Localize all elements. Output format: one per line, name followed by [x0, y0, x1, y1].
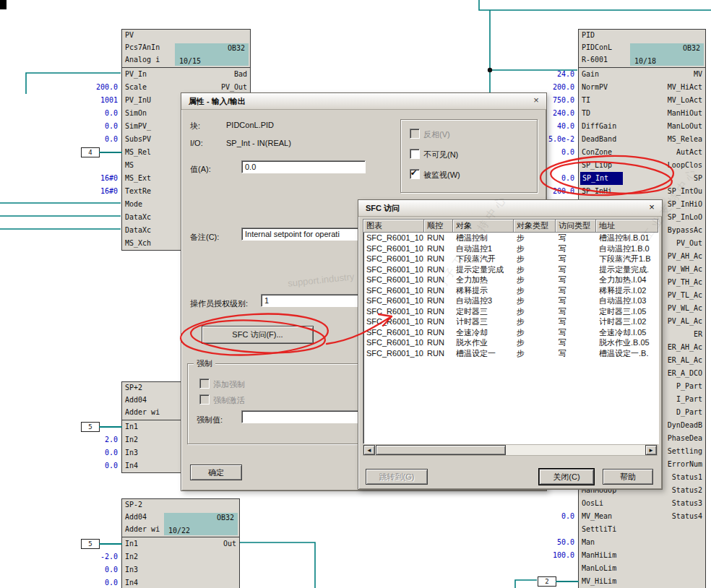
io-value[interactable]: 0.0 [533, 510, 574, 523]
io-input-label[interactable]: MV_HiLim [582, 575, 616, 588]
column-header-sequencer[interactable]: 顺控 [424, 220, 453, 233]
io-output-label[interactable]: MV_HiAct [668, 81, 702, 94]
io-value[interactable]: 0.0 [76, 107, 118, 120]
io-input-label[interactable]: DiffGain [582, 120, 616, 133]
force-active-checkbox[interactable]: 强制激活 [199, 394, 245, 406]
io-output-label[interactable]: PV_WH_Ac [668, 263, 702, 276]
io-input-label[interactable]: SimOn [125, 107, 147, 120]
io-input-label[interactable]: In2 [125, 433, 138, 446]
io-input-label[interactable]: OosLi [582, 497, 603, 510]
io-input-label[interactable]: In3 [125, 446, 138, 459]
block-io-row[interactable]: -2.0 In2 [122, 550, 239, 563]
io-input-label[interactable]: MS_Rel [125, 146, 151, 159]
io-value[interactable]: 16#0 [76, 185, 118, 198]
io-input-label[interactable]: SimPV_ [125, 120, 151, 133]
io-output-label[interactable]: PhaseDea [668, 432, 702, 445]
io-input-label[interactable]: SP_LiOp [582, 159, 612, 172]
io-value[interactable]: 0.0 [76, 120, 118, 133]
io-output-label[interactable]: MV [694, 68, 702, 81]
value-input[interactable]: 0.0 [241, 160, 366, 173]
io-output-label[interactable]: BypassAc [668, 224, 702, 237]
sfc-table-row[interactable]: SFC_R6001_101 RUN 全力加热 步 写 全力加热.I.04 [363, 274, 658, 285]
io-output-label[interactable]: SP_IntOu [668, 185, 702, 198]
block-io-row[interactable]: SettliTi [579, 523, 705, 536]
io-output-label[interactable]: ErrorNum [668, 458, 702, 471]
io-value[interactable]: 2.0 [76, 433, 118, 446]
block-io-row[interactable]: 0.0 In3 [122, 563, 239, 576]
block-io-row[interactable]: 24.0 Gain MV [579, 68, 705, 81]
io-value[interactable]: 50.0 [533, 536, 574, 549]
io-output-label[interactable]: SP_InHiO [668, 198, 702, 211]
io-output-label[interactable]: PV_AH_Ac [668, 250, 702, 263]
io-input-label[interactable]: MS_Xch [125, 237, 151, 250]
sheet-connector[interactable]: 2 [538, 576, 556, 587]
io-input-label[interactable]: In1 [125, 537, 138, 550]
sfc-access-button[interactable]: SFC 访问(F)... [202, 326, 314, 344]
io-value[interactable]: 0.0 [76, 446, 118, 459]
io-input-label[interactable]: SP_InHi [582, 185, 612, 198]
sfc-table-row[interactable]: SFC_R6001_101 RUN 脱水作业 步 写 脱水作业.B.05 [363, 337, 658, 348]
io-input-label[interactable]: SP_Int [580, 172, 623, 185]
block-io-row[interactable]: 5.0e-2 DeadBand MS_Relea [579, 133, 705, 146]
io-output-label[interactable]: MS_Relea [668, 133, 702, 146]
sfc-table-row[interactable]: SFC_R6001_101 RUN 自动温控3 步 写 自动温控.I.03 [363, 295, 658, 306]
io-output-label[interactable]: D_Part [676, 406, 702, 419]
invert-checkbox[interactable]: 反相(V) [410, 129, 450, 140]
io-input-label[interactable]: TD [582, 107, 590, 120]
scrollbar-thumb[interactable] [376, 445, 506, 455]
ok-button[interactable]: 确定 [190, 464, 242, 480]
io-output-label[interactable]: PV_AL_Ac [668, 315, 702, 328]
io-value[interactable]: 200.0 [76, 81, 118, 94]
io-value[interactable]: 0.0 [76, 576, 118, 588]
sheet-connector[interactable]: 4 [81, 147, 100, 157]
help-button[interactable]: 帮助 [603, 469, 653, 485]
sfc-table-row[interactable]: SFC_R6001_101 RUN 槽温控制 步 写 槽温控制.B.01 [363, 233, 658, 243]
block-io-row[interactable]: 0.0 MV_Mean Status4 [579, 510, 705, 523]
io-input-label[interactable]: ManHiLim [582, 549, 616, 562]
io-output-label[interactable]: ManLoOut [668, 120, 702, 133]
io-input-label[interactable]: Scale [125, 81, 147, 94]
column-header-access-type[interactable]: 访问类型 [556, 220, 596, 233]
io-output-label[interactable]: ER_AH_Ac [668, 341, 702, 354]
io-input-label[interactable]: DataXc [125, 211, 151, 224]
sfc-table-row[interactable]: SFC_R6001_101 RUN 自动温控1 步 写 自动温控1.B.0 [363, 243, 658, 254]
io-input-label[interactable]: MV_Mean [582, 510, 612, 523]
io-value[interactable]: 16#0 [76, 172, 118, 185]
block-io-row[interactable]: PV_In Bad [122, 68, 250, 81]
io-input-label[interactable]: NormPV [582, 81, 608, 94]
sfc-table-row[interactable]: SFC_R6001_101 RUN 提示定量完成 步 写 提示定量完成. [363, 264, 658, 275]
io-output-label[interactable]: P_Part [676, 380, 702, 393]
io-input-label[interactable]: In4 [125, 576, 138, 588]
io-output-label[interactable]: PV_TH_Ac [668, 276, 702, 289]
sfc-table-row[interactable]: SFC_R6001_101 RUN 计时器三 步 写 计时器三.I.02 [363, 316, 658, 327]
io-value[interactable]: 0.0 [76, 133, 118, 146]
io-output-label[interactable]: Settling [668, 445, 702, 458]
io-output-label[interactable]: PV_TL_Ac [668, 289, 702, 302]
column-header-object[interactable]: 对象 [453, 220, 514, 233]
auth-level-input[interactable]: 1 [261, 294, 369, 307]
io-output-label[interactable]: I_Part [676, 393, 702, 406]
io-input-label[interactable]: PV_InU [125, 94, 151, 107]
io-input-label[interactable]: ConZone [582, 146, 612, 159]
io-input-label[interactable]: Gain [582, 68, 599, 81]
close-icon[interactable]: × [530, 95, 542, 106]
io-input-label[interactable]: DataXc [125, 224, 151, 237]
column-header-object-type[interactable]: 对象类型 [514, 220, 556, 233]
io-input-label[interactable]: In3 [125, 563, 138, 576]
io-output-label[interactable]: Status4 [672, 510, 702, 523]
sheet-connector[interactable]: 5 [81, 422, 100, 432]
block-io-row[interactable]: 5 In1 Out [122, 537, 239, 550]
io-input-label[interactable]: In2 [125, 550, 138, 563]
sfc-table-row[interactable]: SFC_R6001_101 RUN 下段蒸汽开 步 写 下段蒸汽开1.B [363, 254, 658, 264]
io-input-label[interactable]: Man [582, 536, 595, 549]
io-input-label[interactable]: PV_In [125, 68, 147, 81]
block-io-row[interactable]: OosLi Status3 [579, 497, 705, 510]
io-output-label[interactable]: ER_AL_Ac [668, 354, 702, 367]
block-io-row[interactable]: 50.0 Man [579, 536, 705, 549]
invisible-checkbox[interactable]: 不可见(N) [410, 149, 458, 160]
io-value[interactable]: 0.0 [76, 563, 118, 576]
block-io-row[interactable]: ManLoLim [579, 562, 705, 575]
block-io-row[interactable]: 100.0 ManHiLim [579, 549, 705, 562]
io-input-label[interactable]: In1 [125, 420, 138, 433]
io-value[interactable]: 0.0 [76, 459, 118, 472]
